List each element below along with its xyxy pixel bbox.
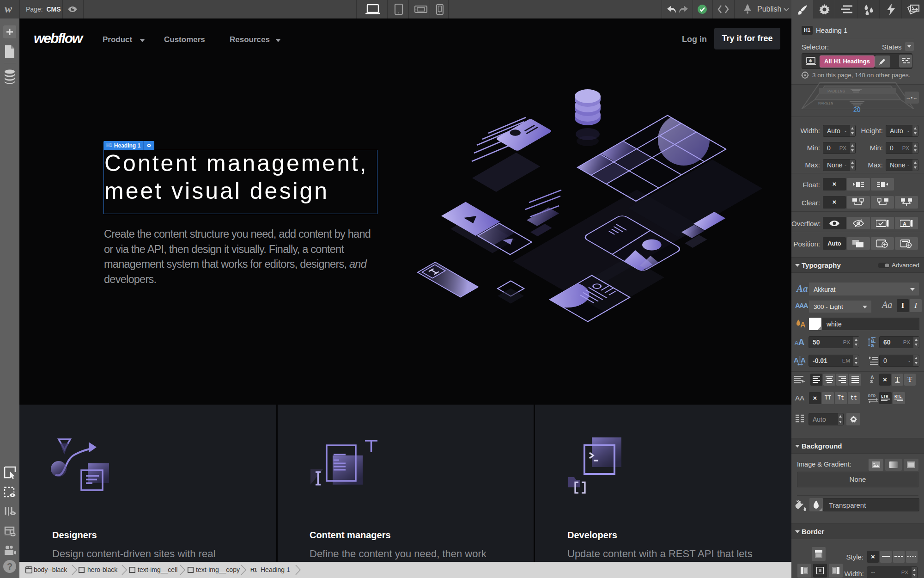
svg-text:RTL: RTL	[894, 394, 901, 399]
svg-text:a: a	[871, 342, 874, 348]
svg-text:LTR: LTR	[881, 394, 888, 399]
svg-text:w: w	[5, 4, 12, 15]
svg-text:DIR: DIR	[868, 394, 876, 399]
svg-text:PADDING: PADDING	[827, 89, 845, 94]
svg-text:A: A	[870, 375, 874, 380]
svg-text:A: A	[903, 221, 906, 227]
svg-text:A: A	[800, 321, 806, 329]
svg-text:A: A	[801, 356, 806, 364]
svg-text:MARGIN: MARGIN	[818, 101, 833, 106]
svg-text:A: A	[794, 356, 799, 364]
svg-text:✱: ✱	[808, 58, 812, 63]
